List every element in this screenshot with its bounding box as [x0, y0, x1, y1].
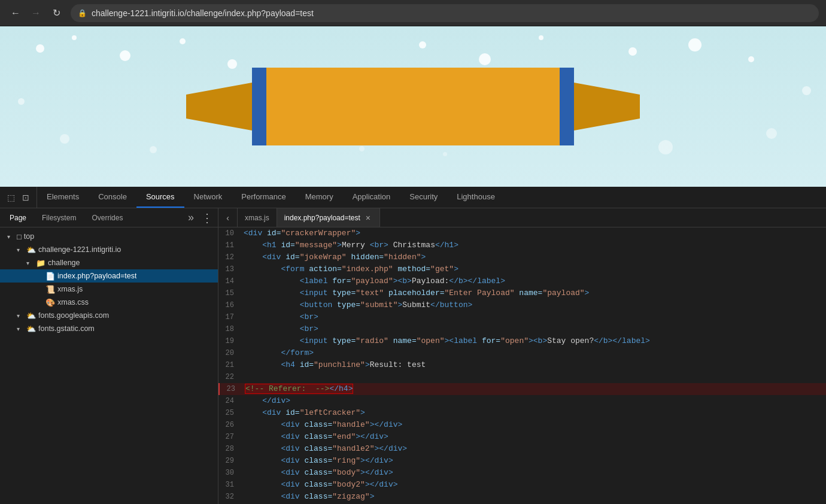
tree-item-top[interactable]: ▾ □ top	[0, 230, 218, 243]
tab-lighthouse[interactable]: Lighthouse	[447, 187, 505, 208]
tree-item-xmas-js[interactable]: 📜 xmas.js	[0, 283, 218, 296]
line-number: 30	[218, 467, 241, 479]
tree-item-challenge-folder[interactable]: ▾ 📁 challenge	[0, 256, 218, 269]
snow-dot	[802, 86, 811, 95]
code-line-14: 14 <label for="payload"><b>Payload:</b><…	[218, 275, 826, 287]
snow-dot	[443, 152, 447, 156]
line-content: <h1 id="message">Merry <br> Christmas</h…	[241, 239, 826, 251]
devtools-tabs: ⬚ ⊡ Elements Console Sources Network Per…	[0, 187, 826, 208]
device-toolbar-button[interactable]: ⊡	[21, 192, 31, 204]
js-file-icon: 📜	[45, 285, 55, 294]
code-line-25: 25 <div id="leftCracker">	[218, 407, 826, 419]
line-number: 18	[218, 323, 241, 335]
line-number: 24	[218, 395, 241, 407]
tree-item-googleapis[interactable]: ▾ ⛅ fonts.googleapis.com	[0, 309, 218, 322]
tab-performance[interactable]: Performance	[232, 187, 295, 208]
code-line-13: 13 <form action="index.php" method="get"…	[218, 263, 826, 275]
tab-security[interactable]: Security	[400, 187, 447, 208]
code-line-22: 22	[218, 371, 826, 383]
tab-sources[interactable]: Sources	[136, 187, 184, 208]
tree-item-xmas-css[interactable]: 🎨 xmas.css	[0, 296, 218, 309]
cracker-left-end	[186, 83, 252, 130]
code-line-12: 12 <div id="jokeWrap" hidden="hidden">	[218, 251, 826, 263]
snow-dot	[18, 98, 25, 105]
cracker-left-ring	[252, 68, 266, 145]
sub-tabs: Page Filesystem Overrides » ⋮	[0, 208, 218, 227]
devtools-body: Page Filesystem Overrides » ⋮ ▾	[0, 208, 826, 504]
code-line-31: 31 <div class="body2"></div>	[218, 479, 826, 491]
cloud-icon: ⛅	[26, 245, 36, 254]
snow-dot	[120, 50, 130, 61]
devtools-icons: ⬚ ⊡	[0, 187, 37, 208]
snow-dot	[419, 41, 426, 48]
reload-button[interactable]: ↻	[48, 5, 65, 22]
tab-elements[interactable]: Elements	[37, 187, 89, 208]
snow-dot	[688, 38, 702, 51]
line-content: <div class="end"></div>	[241, 431, 826, 443]
cracker-right-ring	[560, 68, 574, 145]
tab-memory[interactable]: Memory	[296, 187, 343, 208]
css-file-icon: 🎨	[45, 298, 55, 307]
code-line-30: 30 <div class="body"></div>	[218, 467, 826, 479]
tree-arrow: ▾	[26, 260, 34, 266]
nav-buttons: ← → ↻	[7, 5, 65, 22]
line-content: <div id="crackerWrapper">	[241, 227, 826, 239]
sub-tab-overrides[interactable]: Overrides	[84, 210, 130, 226]
editor-tab-close-button[interactable]: ×	[364, 214, 372, 222]
code-line-21: 21 <h4 id="punchline">Result: test	[218, 359, 826, 371]
cloud-icon: ⛅	[26, 324, 36, 333]
url-text: challenge-1221.intigriti.io/challenge/in…	[92, 8, 314, 18]
editor-tab-xmasjs[interactable]: xmas.js	[238, 208, 277, 227]
tree-arrow: ▾	[17, 326, 24, 332]
sub-tab-filesystem[interactable]: Filesystem	[35, 210, 83, 226]
line-content: <button type="submit">Submit</button>	[241, 299, 826, 311]
tab-network[interactable]: Network	[184, 187, 232, 208]
snow-dot	[479, 53, 491, 65]
code-line-28: 28 <div class="handle2"></div>	[218, 443, 826, 455]
file-panel: Page Filesystem Overrides » ⋮ ▾	[0, 208, 218, 504]
line-content: <form action="index.php" method="get">	[241, 263, 826, 275]
line-content: <div id="leftCracker">	[241, 407, 826, 419]
sub-tab-page[interactable]: Page	[2, 210, 34, 226]
code-area[interactable]: 10<div id="crackerWrapper">11 <h1 id="me…	[218, 227, 826, 504]
line-number: 25	[218, 407, 241, 419]
code-line-11: 11 <h1 id="message">Merry <br> Christmas…	[218, 239, 826, 251]
code-line-20: 20 </form>	[218, 347, 826, 359]
line-content: <br>	[241, 311, 826, 323]
editor-tab-indexphp[interactable]: index.php?payload=test ×	[277, 208, 380, 227]
snow-dot	[539, 35, 543, 40]
sub-tab-menu-button[interactable]: ⋮	[199, 211, 215, 225]
tab-console[interactable]: Console	[89, 187, 136, 208]
line-number: 12	[218, 251, 241, 263]
sub-tab-more-button[interactable]: »	[186, 211, 196, 224]
cracker	[186, 68, 640, 145]
tree-item-index-php[interactable]: 📄 index.php?payload=test	[0, 269, 218, 283]
line-content: <div class="zigzag">	[241, 491, 826, 503]
snow-dot	[60, 134, 69, 144]
code-line-26: 26 <div class="handle"></div>	[218, 419, 826, 431]
cloud-icon: ⛅	[26, 311, 36, 320]
address-bar[interactable]: 🔒 challenge-1221.intigriti.io/challenge/…	[71, 4, 819, 22]
tab-application[interactable]: Application	[343, 187, 400, 208]
editor-nav-back[interactable]: ‹	[218, 208, 238, 227]
browser-chrome: ← → ↻ 🔒 challenge-1221.intigriti.io/chal…	[0, 0, 826, 26]
line-number: 23	[220, 383, 242, 395]
line-number: 16	[218, 299, 241, 311]
line-content: </form>	[241, 347, 826, 359]
tree-item-gstatic[interactable]: ▾ ⛅ fonts.gstatic.com	[0, 322, 218, 335]
forward-button[interactable]: →	[28, 5, 44, 22]
line-content: </div>	[241, 395, 826, 407]
snow-dot	[748, 56, 754, 62]
line-content: <!-- Referer: --></h4>	[242, 383, 826, 395]
line-content: <div class="ring"></div>	[241, 455, 826, 467]
line-number: 15	[218, 287, 241, 299]
line-number: 14	[218, 275, 241, 287]
line-number: 20	[218, 347, 241, 359]
line-content: <div class="handle"></div>	[241, 419, 826, 431]
code-line-29: 29 <div class="ring"></div>	[218, 455, 826, 467]
inspect-element-button[interactable]: ⬚	[6, 192, 16, 204]
line-content: <div id="jokeWrap" hidden="hidden">	[241, 251, 826, 263]
cracker-body	[266, 68, 560, 145]
tree-item-domain[interactable]: ▾ ⛅ challenge-1221.intigriti.io	[0, 243, 218, 256]
back-button[interactable]: ←	[7, 5, 24, 22]
